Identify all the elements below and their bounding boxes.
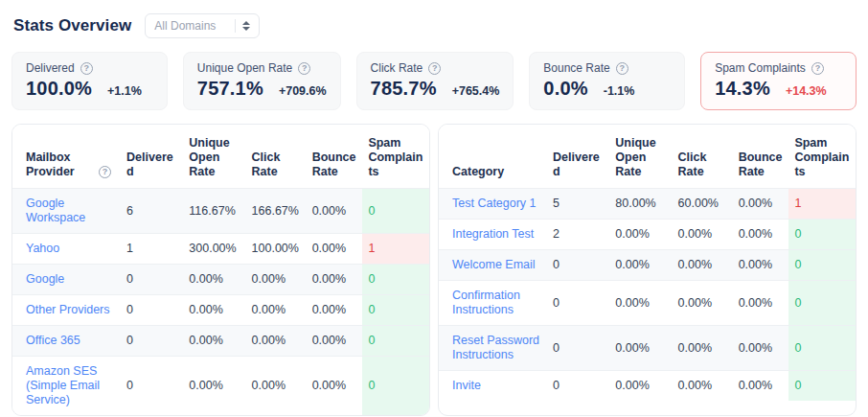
row-link-test-category-1[interactable]: Test Category 1 <box>452 197 537 210</box>
stat-card-delivered: Delivered?100.0%+1.1% <box>11 52 168 110</box>
help-icon[interactable]: ? <box>811 62 824 75</box>
column-header-label: Click Rate <box>252 151 281 178</box>
stat-label: Spam Complaints <box>715 61 806 75</box>
mailbox-provider-table: Mailbox Provider?DeliveredUnique Open Ra… <box>11 124 430 416</box>
column-header-category: Category <box>439 125 547 189</box>
stat-label-row: Unique Open Rate? <box>197 61 327 75</box>
stat-value: 785.7% <box>371 78 437 100</box>
row-link-welcome-email[interactable]: Welcome Email <box>452 258 536 271</box>
value-cell: 0.00% <box>733 189 789 220</box>
column-header-click-rate: Click Rate <box>673 125 733 189</box>
row-name-cell: Yahoo <box>12 234 121 265</box>
value-cell: 0 <box>121 357 183 416</box>
value-cell: 0.00% <box>307 265 363 295</box>
value-cell: 166.67% <box>246 189 307 234</box>
stat-delta: +1.1% <box>107 84 142 98</box>
stat-value: 757.1% <box>197 78 263 100</box>
row-link-google[interactable]: Google <box>26 272 64 286</box>
row-link-invite[interactable]: Invite <box>452 379 481 392</box>
row-link-other-providers[interactable]: Other Providers <box>26 303 110 316</box>
stats-overview-page: Stats Overview All Domains Delivered?100… <box>0 0 868 417</box>
stat-value-row: 757.1%+709.6% <box>197 78 327 100</box>
help-icon[interactable]: ? <box>428 62 441 75</box>
column-header-unique-open-rate: Unique Open Rate <box>183 125 245 189</box>
row-name-cell: Invite <box>439 371 547 402</box>
value-cell: 116.67% <box>183 189 245 234</box>
value-cell: 0 <box>121 326 183 357</box>
row-name-cell: Office 365 <box>12 326 121 357</box>
spam-complaints-cell: 0 <box>788 371 856 402</box>
row-link-amazon-ses-simple-email-service[interactable]: Amazon SES (Simple Email Service) <box>26 364 100 406</box>
value-cell: 0 <box>547 371 609 402</box>
value-cell: 0.00% <box>733 371 789 402</box>
row-name-cell: Amazon SES (Simple Email Service) <box>12 357 121 416</box>
spam-complaints-cell: 0 <box>362 265 429 295</box>
stat-delta: +709.6% <box>279 84 327 98</box>
spam-complaints-cell: 1 <box>362 234 429 265</box>
row-name-cell: Test Category 1 <box>439 189 547 220</box>
row-link-reset-password-instructions[interactable]: Reset Password Instructions <box>452 334 539 361</box>
stat-value-row: 14.3%+14.3% <box>715 78 842 100</box>
row-link-integration-test[interactable]: Integration Test <box>452 227 534 241</box>
value-cell: 5 <box>547 189 609 220</box>
value-cell: 6 <box>121 189 183 234</box>
spam-complaints-cell: 0 <box>788 250 856 281</box>
spam-complaints-cell: 0 <box>362 189 429 234</box>
stat-value-row: 100.0%+1.1% <box>26 78 153 100</box>
spam-complaints-cell: 0 <box>362 326 429 357</box>
spam-complaints-cell: 0 <box>788 326 856 371</box>
stat-label: Unique Open Rate <box>197 61 292 75</box>
row-link-confirmation-instructions[interactable]: Confirmation Instructions <box>452 289 520 316</box>
row-name-cell: Integration Test <box>439 220 547 250</box>
row-link-office-365[interactable]: Office 365 <box>26 334 80 347</box>
domain-filter-select[interactable]: All Domains <box>145 13 260 38</box>
value-cell: 0.00% <box>609 371 672 402</box>
column-header-bounce-rate: Bounce Rate <box>307 125 363 189</box>
table-row: Google Workspace6116.67%166.67%0.00%0 <box>12 189 429 234</box>
stat-label: Delivered <box>26 61 75 75</box>
column-header-bounce-rate: Bounce Rate <box>733 125 789 189</box>
table-body: Test Category 1580.00%60.00%0.00%1Integr… <box>439 189 856 402</box>
value-cell: 0 <box>121 265 183 295</box>
value-cell: 0 <box>547 326 609 371</box>
value-cell: 0.00% <box>733 326 789 371</box>
column-header-spam-complaints: Spam Complaints <box>362 125 429 189</box>
value-cell: 2 <box>547 220 609 250</box>
mailbox-provider-table-grid: Mailbox Provider?DeliveredUnique Open Ra… <box>12 125 429 415</box>
table-row: Confirmation Instructions00.00%0.00%0.00… <box>439 281 856 326</box>
value-cell: 0 <box>547 281 609 326</box>
value-cell: 0.00% <box>307 357 363 416</box>
page-title: Stats Overview <box>13 16 131 35</box>
value-cell: 0.00% <box>307 295 363 326</box>
stat-card-unique-open-rate: Unique Open Rate?757.1%+709.6% <box>183 52 341 110</box>
value-cell: 0 <box>121 295 183 326</box>
column-header-label: Mailbox Provider <box>26 151 75 178</box>
help-icon[interactable]: ? <box>616 62 628 75</box>
row-link-yahoo[interactable]: Yahoo <box>26 242 59 255</box>
value-cell: 0.00% <box>609 250 672 281</box>
help-icon[interactable]: ? <box>298 62 310 75</box>
value-cell: 0.00% <box>673 326 733 371</box>
column-header-label: Click Rate <box>678 151 707 178</box>
tables-row: Mailbox Provider?DeliveredUnique Open Ra… <box>11 124 857 417</box>
column-header-mailbox-provider: Mailbox Provider? <box>12 125 121 189</box>
category-table-grid: CategoryDeliveredUnique Open RateClick R… <box>439 125 856 401</box>
table-row: Reset Password Instructions00.00%0.00%0.… <box>439 326 856 371</box>
row-name-cell: Welcome Email <box>439 250 547 281</box>
value-cell: 0 <box>547 250 609 281</box>
stat-value-row: 0.0%-1.1% <box>543 78 671 100</box>
stat-delta: -1.1% <box>604 84 635 98</box>
help-icon[interactable]: ? <box>99 166 111 178</box>
table-row: Google00.00%0.00%0.00%0 <box>12 265 429 295</box>
table-row: Office 36500.00%0.00%0.00%0 <box>12 326 429 357</box>
stat-label-row: Delivered? <box>26 61 153 75</box>
row-link-google-workspace[interactable]: Google Workspace <box>26 197 85 224</box>
column-header-unique-open-rate: Unique Open Rate <box>609 125 672 189</box>
column-header-label: Unique Open Rate <box>189 136 229 178</box>
spam-complaints-cell: 0 <box>362 295 429 326</box>
stat-label: Click Rate <box>371 61 423 75</box>
column-header-label: Delivered <box>126 151 173 178</box>
value-cell: 0.00% <box>183 295 245 326</box>
stat-delta: +14.3% <box>786 84 827 98</box>
help-icon[interactable]: ? <box>80 62 93 75</box>
